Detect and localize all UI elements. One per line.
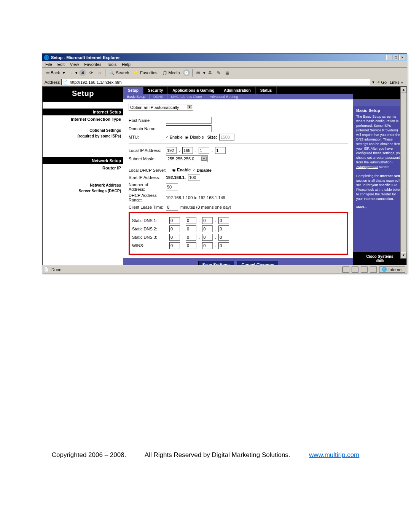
footer-copyright: Copyrighted 2006 – 2008.: [52, 451, 126, 459]
tab-apps[interactable]: Applications & Gaming: [168, 87, 219, 94]
section-internet-setup: Internet Setup: [43, 109, 123, 115]
dns1-oct3[interactable]: [202, 217, 213, 224]
cisco-logo: Cisco Systems: [353, 252, 406, 265]
titlebar: 🌐 Setup - Microsoft Internet Explorer _ …: [42, 54, 407, 61]
forward-button[interactable]: →: [67, 70, 74, 76]
edit-icon[interactable]: ✎: [215, 69, 222, 76]
subtab-basic[interactable]: Basic Setup: [123, 94, 150, 99]
favorites-button[interactable]: ⭐ Favorites: [132, 70, 159, 76]
refresh-icon[interactable]: ⟳: [88, 69, 94, 76]
numaddr-input[interactable]: [166, 184, 178, 190]
menu-tools[interactable]: Tools: [107, 62, 117, 67]
save-button[interactable]: Save Settings: [198, 261, 234, 265]
menubar: File Edit View Favorites Tools Help: [42, 61, 407, 68]
help-sidebar: Basic Setup The Basic Setup screen is wh…: [353, 87, 406, 265]
dhcp-enable-radio[interactable]: ◉ Enable: [172, 168, 191, 173]
menu-favorites[interactable]: Favorites: [84, 62, 101, 67]
url-input[interactable]: 📄 http://192.168.1.1/index.htm: [61, 79, 370, 85]
scroll-down-icon[interactable]: ▼: [401, 252, 406, 259]
status-cell: [361, 267, 368, 273]
wins-oct2[interactable]: [186, 242, 196, 249]
section-network-setup: Network Setup: [43, 157, 123, 164]
dhcp-disable-radio[interactable]: ○ Disable: [193, 168, 212, 173]
menu-view[interactable]: View: [70, 62, 79, 67]
menu-help[interactable]: Help: [122, 62, 131, 67]
wins-oct1[interactable]: [169, 242, 180, 249]
subtab-mac[interactable]: MAC Address Clone: [167, 94, 206, 99]
ip-oct2[interactable]: [182, 147, 193, 154]
tab-setup[interactable]: Setup: [123, 87, 143, 94]
ip-oct3[interactable]: [199, 147, 209, 154]
lease-note: minutes (0 means one day): [180, 205, 231, 209]
back-button[interactable]: ⇦ Back: [45, 70, 61, 76]
close-button[interactable]: ×: [399, 55, 405, 60]
mail-icon[interactable]: ✉: [195, 69, 202, 76]
print-icon[interactable]: 🖶: [207, 69, 214, 76]
subtab-ddns[interactable]: DDNS: [150, 94, 167, 99]
status-cell: [342, 267, 349, 273]
lease-input[interactable]: [166, 204, 178, 211]
subtab-adv[interactable]: Advanced Routing: [206, 94, 242, 99]
discuss-icon[interactable]: ▦: [224, 69, 231, 76]
vertical-scrollbar[interactable]: ▲ ▼: [400, 87, 406, 259]
mtu-size-label: Size:: [206, 135, 217, 139]
mtu-label: MTU:: [129, 135, 164, 139]
scroll-up-icon[interactable]: ▲: [401, 87, 406, 93]
footer-rights: All Rights Reserved by Digital Marketing…: [145, 451, 290, 459]
dns2-oct4[interactable]: [218, 225, 229, 232]
host-input[interactable]: [166, 117, 212, 124]
page-title: Setup: [43, 87, 123, 102]
tab-security[interactable]: Security: [143, 87, 168, 94]
wins-oct4[interactable]: [218, 242, 229, 249]
dns-highlight-box: Static DNS 1: . . . Static DNS 2: . .: [129, 212, 348, 255]
dns3-oct1[interactable]: [169, 234, 180, 241]
help-text2c: section is all that is required to set u…: [356, 179, 402, 201]
dns1-oct4[interactable]: [218, 217, 229, 224]
window-title: Setup - Microsoft Internet Explorer: [51, 55, 120, 60]
stop-icon[interactable]: ✖: [79, 69, 86, 76]
mtu-disable-radio[interactable]: ◉ Disable: [185, 135, 204, 140]
domain-label: Domain Name:: [129, 126, 164, 131]
domain-input[interactable]: [166, 125, 212, 132]
menu-file[interactable]: File: [45, 62, 52, 67]
startip-label: Start IP Address:: [129, 175, 164, 180]
media-button[interactable]: 🎵 Media: [161, 70, 182, 76]
tab-status[interactable]: Status: [256, 87, 277, 94]
address-bar: Address 📄 http://192.168.1.1/index.htm ▼…: [42, 78, 407, 86]
go-button[interactable]: ➔Go: [376, 80, 387, 85]
dns3-oct2[interactable]: [186, 234, 196, 241]
ip-oct4[interactable]: [215, 147, 226, 154]
dns3-oct4[interactable]: [218, 234, 229, 241]
startip-input[interactable]: [188, 174, 200, 181]
mtu-size-input[interactable]: [219, 134, 234, 141]
dns1-oct2[interactable]: [186, 217, 196, 224]
dns2-oct3[interactable]: [202, 225, 213, 232]
cancel-button[interactable]: Cancel Changes: [237, 261, 279, 265]
history-icon[interactable]: 🕘: [183, 69, 190, 76]
subnet-select[interactable]: 255.255.255.0: [166, 155, 208, 162]
numaddr-label: Number of Address:: [129, 182, 164, 192]
help-title: Basic Setup: [356, 108, 403, 113]
links-button[interactable]: Links »: [388, 80, 405, 85]
home-icon[interactable]: ⌂: [96, 69, 103, 76]
status-cell: [370, 267, 377, 273]
conn-type-select[interactable]: Obtain an IP automatically: [129, 104, 193, 111]
search-button[interactable]: 🔍 Search: [108, 70, 131, 76]
maximize-button[interactable]: □: [393, 55, 399, 60]
wins-oct3[interactable]: [202, 242, 213, 249]
tab-admin[interactable]: Administration: [219, 87, 256, 94]
dns2-oct1[interactable]: [169, 225, 180, 232]
minimize-button[interactable]: _: [386, 55, 392, 60]
more-link[interactable]: More...: [356, 205, 367, 209]
ip-oct1[interactable]: [166, 147, 177, 154]
lease-label: Client Lease Time:: [129, 205, 164, 209]
menu-edit[interactable]: Edit: [57, 62, 65, 67]
dns2-oct2[interactable]: [186, 225, 196, 232]
help-text1: The Basic Setup screen is where basic co…: [356, 115, 402, 164]
mtu-enable-radio[interactable]: ○ Enable: [166, 135, 183, 139]
label-conn-type: Internet Connection Type: [43, 115, 123, 123]
url-dropdown-icon[interactable]: ▼: [372, 80, 375, 84]
dns3-oct3[interactable]: [202, 234, 213, 241]
dns1-oct1[interactable]: [169, 217, 180, 224]
footer-link[interactable]: www.multirip.com: [309, 451, 359, 459]
